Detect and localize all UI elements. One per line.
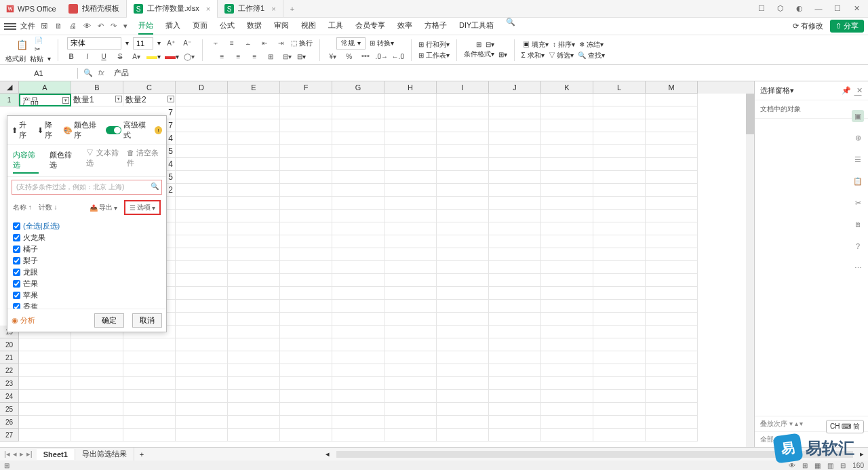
filter-checkbox[interactable] — [13, 303, 20, 309]
cell[interactable] — [541, 429, 593, 442]
ok-button[interactable]: 确定 — [94, 313, 124, 328]
cell[interactable] — [489, 106, 541, 119]
cell[interactable] — [646, 158, 698, 171]
cell[interactable] — [228, 300, 280, 313]
view-page-icon[interactable]: ▥ — [827, 462, 833, 469]
cell[interactable] — [646, 106, 698, 119]
cell[interactable] — [593, 132, 646, 145]
advanced-mode-toggle[interactable] — [106, 126, 121, 134]
thousand-icon[interactable]: ᵒᵒᵒ — [359, 51, 372, 63]
cell[interactable] — [332, 106, 384, 119]
cell[interactable] — [228, 184, 280, 197]
hscroll-left-icon[interactable]: ◂ — [321, 450, 334, 458]
cell[interactable] — [593, 248, 646, 261]
cell[interactable] — [646, 326, 698, 338]
cell[interactable] — [489, 377, 541, 390]
tab-formula[interactable]: 公式 — [220, 18, 235, 35]
cell[interactable] — [646, 171, 698, 184]
cell[interactable] — [332, 313, 384, 326]
cell[interactable] — [332, 403, 384, 416]
sort-button[interactable]: ↕ 排序▾ — [553, 40, 575, 50]
cell[interactable] — [228, 132, 280, 145]
filter-item[interactable]: 龙眼 — [13, 267, 161, 278]
cell[interactable] — [646, 300, 698, 313]
cell[interactable] — [541, 184, 593, 197]
cell[interactable] — [280, 222, 332, 235]
cell[interactable] — [384, 300, 437, 313]
cell[interactable] — [541, 351, 593, 364]
cell[interactable] — [228, 210, 280, 222]
cell[interactable] — [437, 106, 489, 119]
col-header-G[interactable]: G — [332, 81, 384, 94]
zoom-value[interactable]: 160 — [852, 462, 864, 469]
cell[interactable] — [176, 274, 228, 287]
cell[interactable] — [71, 416, 123, 429]
cell[interactable] — [437, 235, 489, 248]
hscroll-right-icon[interactable]: ▸ — [856, 450, 868, 458]
cell[interactable] — [437, 145, 489, 158]
row-header-27[interactable]: 27 — [0, 429, 19, 442]
cell[interactable] — [123, 403, 176, 416]
cell[interactable] — [384, 403, 437, 416]
select-all-checkbox[interactable] — [13, 222, 20, 230]
font-more-icon[interactable]: A▾ — [130, 51, 142, 63]
row-col-button[interactable]: ⊞ 行和列▾ — [418, 40, 450, 50]
cell-C1[interactable]: 数量2▾ — [123, 94, 176, 106]
cell[interactable] — [437, 171, 489, 184]
cell[interactable] — [541, 94, 593, 106]
first-sheet-icon[interactable]: |◂ — [4, 450, 10, 458]
tab-fgz[interactable]: 方格子 — [425, 18, 447, 35]
cell[interactable] — [332, 222, 384, 235]
cell[interactable] — [332, 351, 384, 364]
cell[interactable] — [176, 261, 228, 274]
row-header-25[interactable]: 25 — [0, 403, 19, 416]
row-header-20[interactable]: 20 — [0, 338, 19, 351]
paste-label[interactable]: 粘贴 — [30, 54, 43, 64]
cell[interactable] — [71, 338, 123, 351]
tab-data[interactable]: 数据 — [247, 18, 262, 35]
align-left-icon[interactable]: ≡ — [216, 51, 228, 63]
cell[interactable] — [541, 235, 593, 248]
cell[interactable] — [646, 429, 698, 442]
export-button[interactable]: 📤 导出▾ — [90, 203, 117, 212]
cell[interactable] — [593, 197, 646, 210]
cell[interactable] — [646, 390, 698, 403]
last-sheet-icon[interactable]: ▸| — [26, 450, 33, 458]
italic-icon[interactable]: I — [81, 51, 94, 63]
cell[interactable] — [71, 351, 123, 364]
distribute-icon[interactable]: ⊞ — [264, 51, 277, 63]
cell[interactable] — [19, 364, 71, 377]
cell[interactable] — [176, 222, 228, 235]
col-header-C[interactable]: C — [123, 81, 176, 94]
cell[interactable] — [228, 222, 280, 235]
font-color-icon[interactable]: ▾ — [165, 53, 179, 60]
cell[interactable] — [176, 287, 228, 300]
cell[interactable] — [228, 261, 280, 274]
cell[interactable] — [228, 287, 280, 300]
cell[interactable] — [332, 248, 384, 261]
cell[interactable] — [593, 222, 646, 235]
cell[interactable] — [489, 326, 541, 338]
cell[interactable] — [437, 377, 489, 390]
cell[interactable] — [280, 403, 332, 416]
copy-icon[interactable]: 📄 — [35, 37, 43, 44]
formula-input[interactable]: 产品 — [110, 66, 868, 79]
border-button[interactable]: ⊟▾ — [486, 41, 494, 48]
col-header-K[interactable]: K — [541, 81, 593, 94]
cell[interactable] — [646, 403, 698, 416]
cell[interactable] — [19, 429, 71, 442]
cell-A1[interactable]: 产品▾ — [19, 94, 71, 106]
cell[interactable] — [176, 106, 228, 119]
cell[interactable] — [541, 210, 593, 222]
col-header-J[interactable]: J — [489, 81, 541, 94]
tab-templates[interactable]: 找稻壳模板 — [62, 0, 127, 18]
cell[interactable] — [280, 274, 332, 287]
cell[interactable] — [593, 261, 646, 274]
sheet-tab-2[interactable]: 导出筛选结果 — [75, 448, 134, 461]
wrap-text-button[interactable]: ⬚ 换行 — [291, 39, 313, 48]
filter-checkbox[interactable] — [13, 280, 20, 288]
print-icon[interactable]: 🖨 — [69, 22, 77, 31]
cell[interactable] — [541, 132, 593, 145]
cell[interactable] — [332, 184, 384, 197]
cell[interactable] — [593, 377, 646, 390]
